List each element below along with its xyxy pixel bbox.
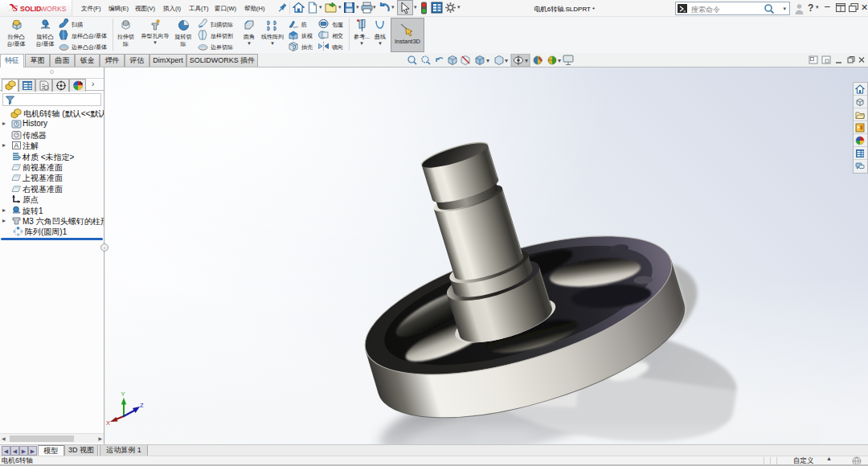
svg-text:Y: Y <box>121 390 125 398</box>
svg-text:▾: ▾ <box>486 57 489 64</box>
svg-text:Z: Z <box>140 402 144 409</box>
svg-text:X: X <box>106 419 110 427</box>
svg-text:WORKS: WORKS <box>40 5 67 13</box>
svg-text:A: A <box>14 141 19 149</box>
svg-text:▾: ▾ <box>558 57 561 64</box>
svg-text:▾: ▾ <box>525 57 528 64</box>
svg-text:S: S <box>13 3 18 13</box>
svg-text:▾: ▾ <box>505 57 508 64</box>
svg-text:SOLID: SOLID <box>20 5 41 13</box>
